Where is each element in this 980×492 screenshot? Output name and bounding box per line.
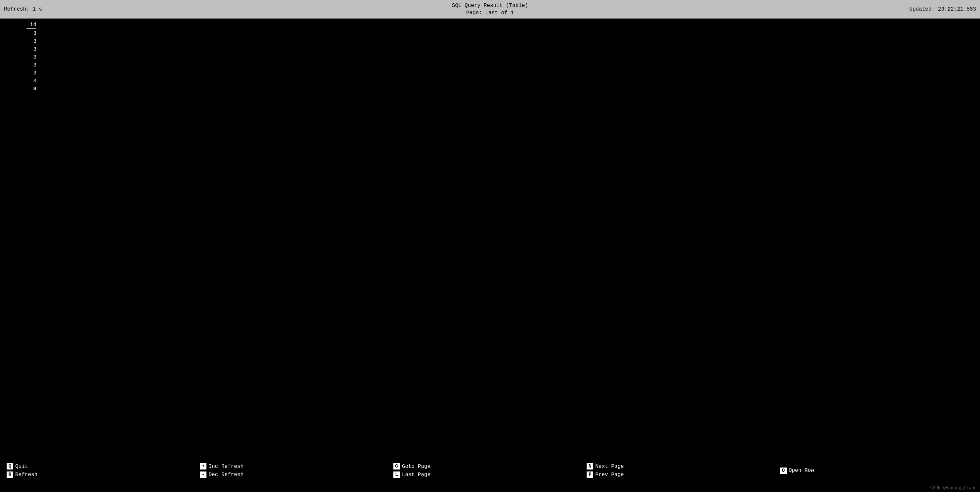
key-plus: +: [200, 463, 207, 470]
footer-section-inc-dec: + Inc Refresh - Dec Refresh: [200, 463, 393, 478]
footer-section-open-row: O Open Row: [780, 468, 974, 474]
key-l: L: [393, 471, 400, 478]
table-row: 3: [3, 61, 43, 69]
footer-item-open-row: O Open Row: [780, 468, 974, 474]
label-refresh: Refresh: [15, 472, 37, 478]
title-line2: Page: Last of 1: [452, 9, 528, 16]
label-dec-refresh: Dec Refresh: [208, 472, 243, 478]
key-o: O: [780, 468, 787, 474]
updated-label: Updated: 23:22:21.503: [909, 6, 976, 12]
label-last-page: Last Page: [402, 472, 430, 478]
column-id: id: [3, 22, 43, 29]
label-next-page: Next Page: [595, 463, 624, 470]
footer-item-inc-refresh: + Inc Refresh: [200, 463, 393, 470]
key-q: Q: [6, 463, 13, 470]
footer-item-goto-page: G Goto Page: [393, 463, 587, 470]
header-title: SQL Query Result (Table) Page: Last of 1: [452, 2, 528, 17]
label-quit: Quit: [15, 463, 28, 470]
footer-item-last-page: L Last Page: [393, 471, 587, 478]
footer-item-refresh: R Refresh: [6, 471, 200, 478]
refresh-label: Refresh: 1 s: [4, 6, 42, 12]
footer-section-next-prev: N Next Page P Prev Page: [587, 463, 780, 478]
watermark: CSDN @Hadoop_Liang: [931, 486, 977, 490]
footer-item-dec-refresh: - Dec Refresh: [200, 471, 393, 478]
title-line1: SQL Query Result (Table): [452, 2, 528, 9]
key-r: R: [6, 471, 13, 478]
table-row: 3: [3, 77, 43, 85]
label-open-row: Open Row: [789, 468, 814, 473]
main-content: id 3 3 3 3 3 3 3 3: [0, 19, 980, 449]
label-inc-refresh: Inc Refresh: [208, 463, 243, 470]
footer-item-prev-page: P Prev Page: [587, 471, 780, 478]
table-row: 3: [3, 45, 43, 53]
table-row: 3: [3, 37, 43, 45]
footer-section-quit-refresh: Q Quit R Refresh: [6, 463, 200, 478]
table-row: 3: [3, 29, 43, 37]
key-n: N: [587, 463, 593, 470]
footer-section-goto-last: G Goto Page L Last Page: [393, 463, 587, 478]
footer-item-next-page: N Next Page: [587, 463, 780, 470]
table-row-last: 3: [3, 85, 43, 93]
table-row: 3: [3, 53, 43, 61]
column-divider: [27, 29, 37, 29]
data-rows: 3 3 3 3 3 3 3 3: [3, 29, 980, 93]
key-p: P: [587, 471, 593, 478]
table-area: id 3 3 3 3 3 3 3 3: [0, 22, 980, 93]
footer-item-quit: Q Quit: [6, 463, 200, 470]
label-goto-page: Goto Page: [402, 463, 430, 470]
footer: Q Quit R Refresh + Inc Refresh - Dec Ref…: [0, 449, 980, 492]
header: Refresh: 1 s SQL Query Result (Table) Pa…: [0, 0, 980, 19]
column-header-id: id: [30, 22, 37, 28]
label-prev-page: Prev Page: [595, 472, 624, 478]
key-minus: -: [200, 471, 207, 478]
table-row: 3: [3, 69, 43, 77]
key-g: G: [393, 463, 400, 470]
